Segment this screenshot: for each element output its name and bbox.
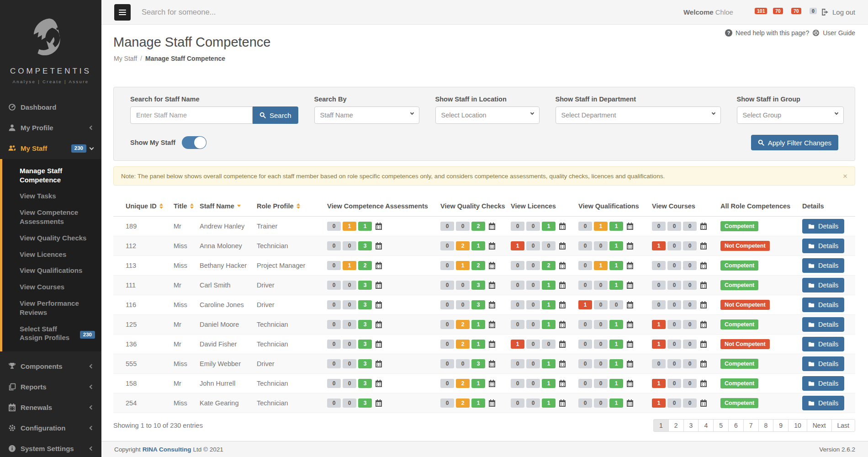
calendar-icon[interactable] [626,242,634,250]
count-badge[interactable]: 0 [594,359,608,368]
count-badge[interactable]: 0 [440,261,454,270]
page-button-10[interactable]: 10 [788,419,807,432]
calendar-icon[interactable] [488,380,496,387]
count-badge[interactable]: 0 [526,340,540,349]
count-badge[interactable]: 0 [683,399,697,408]
calendar-icon[interactable] [700,399,707,407]
page-button-4[interactable]: 4 [698,419,714,432]
sidebar-subitem-view-performance-reviews[interactable]: View Performance Reviews [2,295,101,321]
calendar-icon[interactable] [626,360,634,367]
count-badge[interactable]: 0 [578,320,592,329]
count-badge[interactable]: 0 [578,261,592,270]
count-badge[interactable]: 0 [440,222,454,231]
count-badge[interactable]: 0 [578,241,592,250]
count-badge[interactable]: 2 [456,241,470,250]
count-badge[interactable]: 0 [440,241,454,250]
count-badge[interactable]: 0 [578,359,592,368]
count-badge[interactable]: 0 [440,399,454,408]
count-badge[interactable]: 0 [440,340,454,349]
count-badge[interactable]: 0 [594,379,608,388]
page-button-8[interactable]: 8 [758,419,774,432]
count-badge[interactable]: 1 [609,261,623,270]
last-page-button[interactable]: Last [831,419,855,432]
count-badge[interactable]: 0 [526,261,540,270]
count-badge[interactable]: 0 [652,222,666,231]
sidebar-item-my-profile[interactable]: My Profile [0,117,101,138]
calendar-icon[interactable] [488,242,496,250]
count-badge[interactable]: 2 [456,379,470,388]
count-badge[interactable]: 0 [343,300,356,309]
department-select[interactable]: Select Department [556,106,721,124]
count-badge[interactable]: 1 [471,399,485,408]
count-badge[interactable]: 0 [526,379,540,388]
details-button[interactable]: Details [802,337,844,351]
column-header-unique-id[interactable]: Unique ID [126,202,174,210]
count-badge[interactable]: 0 [343,359,356,368]
calendar-icon[interactable] [375,262,382,269]
count-badge[interactable]: 1 [542,320,556,329]
search-button[interactable]: Search [253,106,298,124]
calendar-icon[interactable] [488,321,496,328]
count-badge[interactable]: 0 [327,359,341,368]
count-badge[interactable]: 0 [526,300,540,309]
sidebar-subitem-view-tasks[interactable]: View Tasks [2,188,101,204]
count-badge[interactable]: 0 [526,399,540,408]
group-select[interactable]: Select Group [737,106,844,124]
count-badge[interactable]: 0 [594,320,608,329]
count-badge[interactable]: 1 [542,399,556,408]
count-badge[interactable]: 1 [609,359,623,368]
calendar-icon[interactable] [700,242,707,250]
count-badge[interactable]: 0 [594,300,608,309]
logout-button[interactable]: Log out [821,8,855,16]
page-button-3[interactable]: 3 [683,419,699,432]
count-badge[interactable]: 1 [652,340,666,349]
count-badge[interactable]: 2 [456,320,470,329]
calendar-icon[interactable] [559,360,566,367]
count-badge[interactable]: 3 [358,359,372,368]
details-button[interactable]: Details [802,396,844,410]
calendar-icon[interactable] [375,301,382,308]
count-badge[interactable]: 0 [667,399,681,408]
need-help-link[interactable]: Need help with this page? [736,29,809,37]
count-badge[interactable]: 0 [667,241,681,250]
calendar-icon[interactable] [626,340,634,348]
calendar-icon[interactable] [559,301,566,308]
calendar-icon[interactable] [375,380,382,387]
calendar-icon[interactable] [700,223,707,230]
count-badge[interactable]: 0 [343,281,356,290]
details-button[interactable]: Details [802,317,844,332]
calendar-icon[interactable] [375,242,382,250]
page-button-7[interactable]: 7 [743,419,759,432]
count-badge[interactable]: 1 [609,320,623,329]
count-badge[interactable]: 1 [511,340,524,349]
count-badge[interactable]: 0 [456,222,470,231]
count-badge[interactable]: 0 [343,320,356,329]
sidebar-item-reports[interactable]: Reports [0,377,101,397]
count-badge[interactable]: 1 [358,222,372,231]
count-badge[interactable]: 0 [667,379,681,388]
count-badge[interactable]: 0 [440,320,454,329]
details-button[interactable]: Details [802,239,844,253]
next-page-button[interactable]: Next [807,419,832,432]
count-badge[interactable]: 1 [542,222,556,231]
page-button-9[interactable]: 9 [773,419,789,432]
count-badge[interactable]: 0 [683,261,697,270]
count-badge[interactable]: 0 [667,222,681,231]
count-badge[interactable]: 3 [471,281,485,290]
count-badge[interactable]: 0 [343,379,356,388]
column-header-staff-name[interactable]: Staff Name [200,202,257,210]
column-header-title[interactable]: Title [174,202,200,210]
sidebar-subitem-view-courses[interactable]: View Courses [2,279,101,295]
count-badge[interactable]: 1 [609,222,623,231]
count-badge[interactable]: 0 [683,379,697,388]
page-button-6[interactable]: 6 [728,419,744,432]
count-badge[interactable]: 0 [456,281,470,290]
count-badge[interactable]: 0 [667,320,681,329]
count-badge[interactable]: 1 [542,379,556,388]
staff-name-input[interactable] [130,106,253,124]
count-badge[interactable]: 2 [471,261,485,270]
count-badge[interactable]: 3 [358,340,372,349]
calendar-icon[interactable] [488,340,496,348]
count-badge[interactable]: 2 [456,340,470,349]
calendar-icon[interactable] [375,321,382,328]
